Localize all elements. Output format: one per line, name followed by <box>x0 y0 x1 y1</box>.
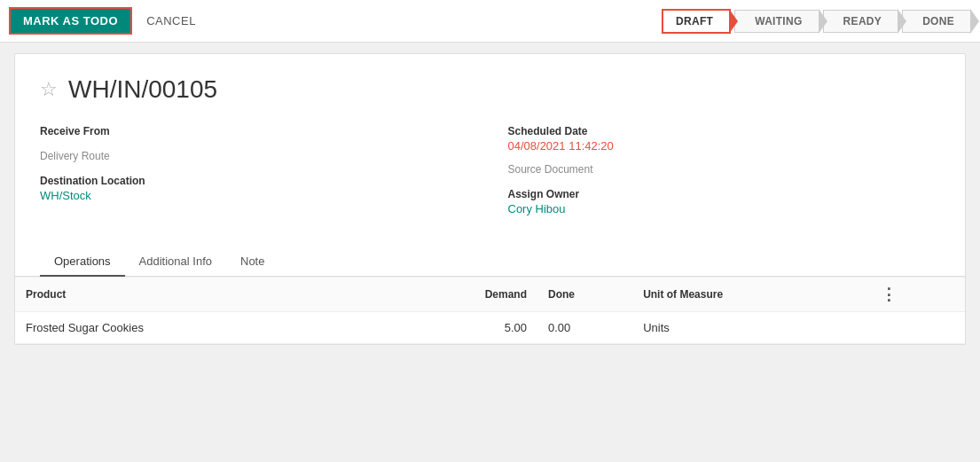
col-header-uom: Unit of Measure <box>632 278 870 312</box>
assign-owner-field: Assign Owner Cory Hibou <box>508 188 941 215</box>
scheduled-date-label: Scheduled Date <box>508 125 941 137</box>
cell-demand: 5.00 <box>348 312 537 344</box>
table-header-row: Product Demand Done Unit of Measure ⋮ <box>15 278 965 312</box>
tab-additional-info[interactable]: Additional Info <box>125 247 226 277</box>
tab-note[interactable]: Note <box>226 247 278 277</box>
delivery-route-label: Delivery Route <box>40 150 473 162</box>
cell-uom: Units <box>632 312 870 344</box>
receive-from-field: Receive From <box>40 125 473 139</box>
tab-operations[interactable]: Operations <box>40 247 125 277</box>
fields-grid: Receive From Delivery Route Destination … <box>40 125 940 226</box>
source-document-field: Source Document <box>508 163 941 177</box>
status-done[interactable]: DONE <box>902 10 971 33</box>
destination-location-field: Destination Location WH/Stock <box>40 175 473 202</box>
table-container: Product Demand Done Unit of Measure ⋮ Fr… <box>15 277 965 344</box>
source-document-label: Source Document <box>508 163 941 176</box>
table-actions-menu[interactable]: ⋮ <box>881 286 907 303</box>
col-header-demand: Demand <box>348 278 537 312</box>
star-icon[interactable]: ☆ <box>40 78 58 101</box>
scheduled-date-field: Scheduled Date 04/08/2021 11:42:20 <box>508 125 941 153</box>
document-title: WH/IN/00105 <box>68 75 217 104</box>
fields-right-column: Scheduled Date 04/08/2021 11:42:20 Sourc… <box>508 125 941 226</box>
status-waiting[interactable]: WAITING <box>734 10 819 33</box>
main-content: ☆ WH/IN/00105 Receive From Delivery Rout… <box>0 43 980 462</box>
cell-product: Frosted Sugar Cookies <box>15 312 348 344</box>
assign-owner-label: Assign Owner <box>508 188 941 200</box>
operations-table: Product Demand Done Unit of Measure ⋮ Fr… <box>15 277 965 344</box>
receive-from-label: Receive From <box>40 125 473 137</box>
cell-actions <box>870 312 965 344</box>
status-pipeline: DRAFT WAITING READY DONE <box>662 9 971 34</box>
col-header-product: Product <box>15 278 348 312</box>
fields-left-column: Receive From Delivery Route Destination … <box>40 125 473 226</box>
scheduled-date-value: 04/08/2021 11:42:20 <box>508 139 941 153</box>
destination-location-value[interactable]: WH/Stock <box>40 189 473 202</box>
cancel-button[interactable]: CANCEL <box>139 9 203 33</box>
destination-location-label: Destination Location <box>40 175 473 187</box>
mark-as-todo-button[interactable]: MARK AS TODO <box>9 7 132 35</box>
assign-owner-value[interactable]: Cory Hibou <box>508 202 941 215</box>
document-card: ☆ WH/IN/00105 Receive From Delivery Rout… <box>14 53 966 345</box>
tabs: Operations Additional Info Note <box>15 247 965 277</box>
col-header-actions: ⋮ <box>870 278 965 312</box>
status-ready[interactable]: READY <box>823 10 899 33</box>
toolbar: MARK AS TODO CANCEL DRAFT WAITING READY … <box>0 0 980 43</box>
table-row: Frosted Sugar Cookies 5.00 0.00 Units <box>15 312 965 344</box>
delivery-route-field: Delivery Route <box>40 150 473 164</box>
cell-done: 0.00 <box>537 312 632 344</box>
card-header: ☆ WH/IN/00105 <box>40 75 940 104</box>
status-draft[interactable]: DRAFT <box>662 9 731 34</box>
col-header-done: Done <box>537 278 632 312</box>
